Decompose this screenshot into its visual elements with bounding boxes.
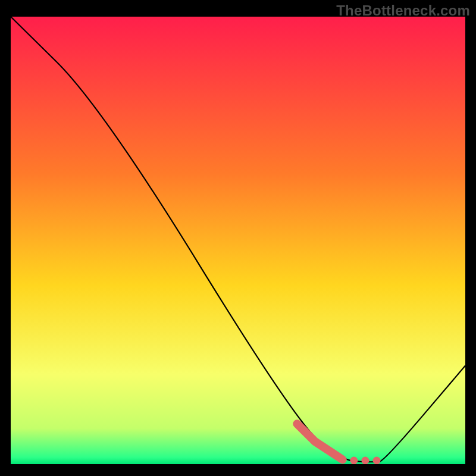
chart-svg [11, 17, 465, 464]
gradient-background [11, 17, 465, 464]
chart-plot [11, 17, 465, 464]
svg-point-0 [350, 456, 358, 464]
svg-point-1 [361, 456, 369, 464]
svg-point-2 [373, 456, 381, 464]
chart-stage: TheBottleneck.com [0, 0, 476, 476]
